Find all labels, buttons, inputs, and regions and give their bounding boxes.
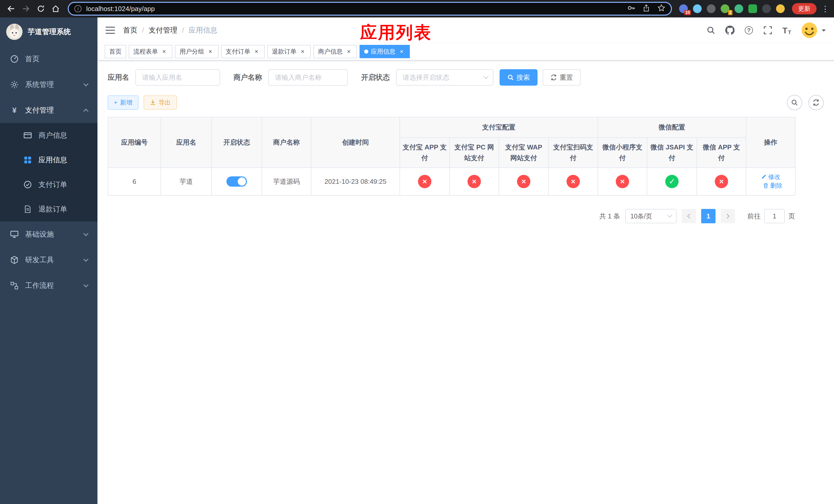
page-annotation: 应用列表 bbox=[360, 21, 432, 44]
password-key-icon[interactable] bbox=[627, 4, 635, 14]
col-status: 开启状态 bbox=[212, 117, 262, 168]
close-icon[interactable]: × bbox=[207, 48, 214, 55]
browser-menu-icon[interactable]: ⋮ bbox=[821, 4, 830, 13]
bookmark-star-icon[interactable] bbox=[658, 4, 665, 14]
close-icon[interactable]: × bbox=[160, 48, 168, 55]
extension-icon[interactable] bbox=[762, 4, 771, 13]
site-info-icon[interactable]: i bbox=[74, 5, 82, 12]
close-icon[interactable]: × bbox=[345, 48, 352, 55]
browser-update-button[interactable]: 更新 bbox=[792, 3, 816, 14]
tab-flow-form[interactable]: 流程表单× bbox=[129, 45, 172, 58]
col-merchant: 商户名称 bbox=[262, 117, 311, 168]
reload-button[interactable] bbox=[34, 2, 48, 16]
app-table: 应用编号 应用名 开启状态 商户名称 创建时间 支付宝配置 微信配置 操作 支付… bbox=[108, 117, 824, 196]
breadcrumb-payment[interactable]: 支付管理 bbox=[149, 25, 177, 35]
col-wechat-app: 微信 APP 支付 bbox=[697, 138, 746, 168]
tab-refund-order[interactable]: 退款订单× bbox=[267, 45, 311, 58]
page-number-1[interactable]: 1 bbox=[701, 209, 716, 223]
goto-label: 前往 bbox=[747, 212, 761, 221]
font-size-icon[interactable]: TT bbox=[782, 25, 792, 36]
share-icon[interactable] bbox=[643, 4, 650, 14]
cell-app-name: 芋道 bbox=[161, 168, 212, 196]
show-search-toggle-button[interactable] bbox=[787, 95, 802, 110]
extension-icon[interactable]: 10 bbox=[679, 4, 688, 13]
app-title: 芋道管理系统 bbox=[28, 27, 71, 37]
search-button[interactable]: 搜索 bbox=[500, 69, 537, 86]
sidebar-item-workflow[interactable]: 工作流程 bbox=[0, 273, 97, 298]
export-button[interactable]: 导出 bbox=[144, 95, 177, 110]
logo-avatar bbox=[6, 24, 23, 40]
extension-icon[interactable] bbox=[748, 4, 757, 13]
vue-devtools-icon[interactable] bbox=[734, 4, 743, 13]
app-name-input[interactable] bbox=[135, 69, 220, 86]
extension-icon[interactable]: 1 bbox=[721, 4, 729, 13]
group-wechat-config: 微信配置 bbox=[598, 117, 746, 138]
enabled-switch[interactable] bbox=[226, 176, 247, 187]
table-toolbar: + 新增 导出 bbox=[108, 95, 824, 110]
extension-icon[interactable] bbox=[693, 4, 702, 13]
breadcrumb: 首页 / 支付管理 / 应用信息 bbox=[123, 25, 218, 35]
sidebar-item-refund-order[interactable]: 退款订单 bbox=[0, 197, 97, 222]
app-name-label: 应用名 bbox=[108, 72, 129, 82]
tab-app-info[interactable]: 应用信息× bbox=[359, 45, 410, 58]
chevron-down-icon bbox=[83, 257, 88, 262]
next-page-button[interactable] bbox=[721, 209, 735, 223]
chevron-up-icon bbox=[83, 109, 88, 114]
sidebar-item-app-info[interactable]: 应用信息 bbox=[0, 148, 97, 172]
extensions-area: 10 1 bbox=[679, 4, 785, 13]
sidebar-item-merchant-info[interactable]: 商户信息 bbox=[0, 123, 97, 148]
tab-merchant-info[interactable]: 商户信息× bbox=[313, 45, 357, 58]
user-menu[interactable] bbox=[801, 22, 826, 39]
filter-form: 应用名 商户名称 开启状态 请选择开启状态 搜索 重置 bbox=[108, 69, 824, 86]
add-button[interactable]: + 新增 bbox=[108, 95, 138, 110]
sidebar-item-infra[interactable]: 基础设施 bbox=[0, 222, 97, 247]
cell-merchant: 芋道源码 bbox=[262, 168, 311, 196]
config-status-icon: × bbox=[715, 175, 728, 188]
page-size-select[interactable]: 10条/页 bbox=[625, 209, 677, 223]
chevron-down-icon bbox=[483, 74, 488, 79]
tab-user-group[interactable]: 用户分组× bbox=[175, 45, 219, 58]
reset-button[interactable]: 重置 bbox=[543, 69, 580, 86]
extension-icon[interactable] bbox=[776, 4, 785, 13]
dashboard-icon bbox=[10, 55, 19, 63]
breadcrumb-home[interactable]: 首页 bbox=[123, 25, 137, 35]
tab-home[interactable]: 首页 bbox=[105, 45, 126, 58]
monitor-icon bbox=[10, 230, 19, 238]
col-wechat-jsapi: 微信 JSAPI 支付 bbox=[647, 138, 697, 168]
group-alipay-config: 支付宝配置 bbox=[400, 117, 598, 138]
close-icon[interactable]: × bbox=[299, 48, 306, 55]
plus-icon: + bbox=[114, 99, 117, 106]
help-icon[interactable]: ? bbox=[744, 25, 754, 36]
document-icon bbox=[23, 205, 32, 213]
sidebar-item-dev-tools[interactable]: 研发工具 bbox=[0, 247, 97, 273]
edit-button[interactable]: 修改 bbox=[761, 173, 781, 181]
status-label: 开启状态 bbox=[361, 72, 390, 82]
forward-button[interactable] bbox=[19, 2, 33, 16]
sidebar-item-payment[interactable]: ¥ 支付管理 bbox=[0, 97, 97, 123]
back-button[interactable] bbox=[4, 2, 18, 16]
delete-button[interactable]: 删除 bbox=[763, 182, 783, 190]
sidebar-collapse-icon[interactable] bbox=[106, 26, 115, 34]
close-icon[interactable]: × bbox=[253, 48, 260, 55]
goto-page-input[interactable] bbox=[764, 209, 785, 223]
merchant-name-input[interactable] bbox=[268, 69, 348, 86]
config-status-icon: × bbox=[467, 175, 481, 188]
tab-pay-order[interactable]: 支付订单× bbox=[221, 45, 265, 58]
address-bar[interactable]: i localhost:1024/pay/app bbox=[68, 2, 672, 16]
refresh-table-button[interactable] bbox=[808, 95, 824, 110]
sidebar-item-pay-order[interactable]: 支付订单 bbox=[0, 172, 97, 197]
close-icon[interactable]: × bbox=[398, 48, 405, 55]
prev-page-button[interactable] bbox=[682, 209, 696, 223]
fullscreen-icon[interactable] bbox=[763, 25, 773, 36]
gear-icon bbox=[10, 81, 19, 89]
url-text[interactable]: localhost:1024/pay/app bbox=[86, 5, 623, 13]
home-button[interactable] bbox=[49, 2, 63, 16]
total-count: 共 1 条 bbox=[599, 212, 620, 221]
status-select[interactable]: 请选择开启状态 bbox=[396, 69, 493, 86]
sidebar-item-system[interactable]: 系统管理 bbox=[0, 72, 97, 97]
extension-badge: 1 bbox=[728, 10, 732, 15]
extension-icon[interactable] bbox=[707, 4, 716, 13]
header-search-icon[interactable] bbox=[706, 25, 716, 36]
github-icon[interactable] bbox=[725, 25, 735, 36]
sidebar-item-home[interactable]: 首页 bbox=[0, 46, 97, 72]
